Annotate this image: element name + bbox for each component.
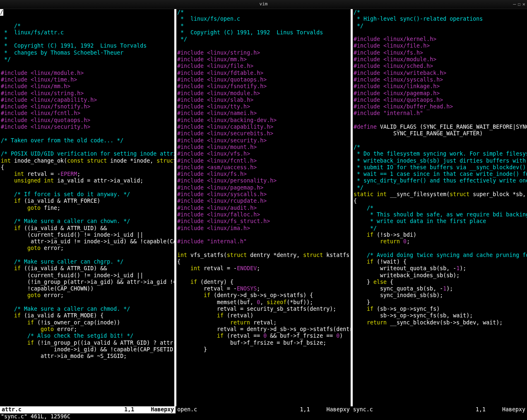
- status-seg-left: attr.c 1,1 Наверху: [0, 406, 176, 413]
- status-filename: attr.c: [2, 406, 22, 413]
- status-scroll: Наверху: [151, 406, 174, 413]
- status-scroll: Наверху: [502, 406, 525, 413]
- editor-panes: / /* * linux/fs/attr.c * * Copyright (C)…: [0, 9, 527, 406]
- status-pos: 1,1: [476, 406, 486, 413]
- status-filename: open.c: [177, 406, 197, 413]
- status-scroll: Наверху: [327, 406, 350, 413]
- status-seg-middle: open.c 1,1 Наверху: [176, 406, 351, 413]
- window-controls: — ☐ ✕: [513, 1, 525, 7]
- pane-middle[interactable]: /* * linux/fs/open.c * * Copyright (C) 1…: [176, 9, 351, 406]
- pane-right[interactable]: /* * High-level sync()-related operation…: [353, 9, 527, 406]
- status-filename: sync.c: [353, 406, 373, 413]
- text-cursor: /: [0, 9, 3, 16]
- editor-root: / /* * linux/fs/attr.c * * Copyright (C)…: [0, 9, 527, 420]
- status-pos: 1,1: [300, 406, 310, 413]
- pane-left[interactable]: / /* * linux/fs/attr.c * * Copyright (C)…: [0, 9, 174, 406]
- minimize-icon[interactable]: —: [513, 1, 516, 7]
- window-titlebar: vim — ☐ ✕: [0, 0, 527, 9]
- close-icon[interactable]: ✕: [522, 1, 525, 7]
- maximize-icon[interactable]: ☐: [518, 1, 521, 7]
- command-line[interactable]: "sync.c" 461L, 12596C: [0, 413, 527, 420]
- status-line: attr.c 1,1 Наверху open.c 1,1 Наверху sy…: [0, 406, 527, 413]
- window-title: vim: [260, 1, 268, 7]
- status-seg-right: sync.c 1,1 Наверху: [351, 406, 527, 413]
- status-pos: 1,1: [124, 406, 134, 413]
